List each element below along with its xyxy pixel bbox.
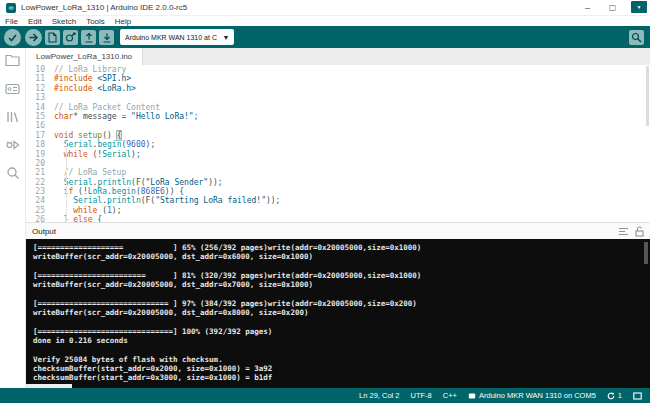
line-number: 18 [26,140,54,149]
board-icon [468,392,476,400]
menu-item-tools[interactable]: Tools [86,17,105,26]
upload-button[interactable] [25,29,42,46]
console-line: [======================== ] 81% (320/392… [33,271,650,280]
output-panel-title: Output [32,227,56,236]
line-number: 12 [26,84,54,93]
line-number: 24 [26,196,54,205]
line-number: 23 [26,187,54,196]
console-line: checksumBuffer(start_addr=0x2000, size=0… [33,364,650,373]
code-line[interactable]: 19 while (!Serial); [26,150,650,159]
output-panel-header: Output [26,222,650,239]
arrow-down-to-line-icon [102,32,112,43]
line-number: 15 [26,112,54,121]
notifications-icon [633,392,642,400]
code-line[interactable]: 13 [26,93,650,102]
line-number: 25 [26,206,54,215]
console-line: [==============================] 100% (3… [33,327,650,336]
bug-play-icon [5,138,20,151]
verify-button[interactable] [4,29,21,46]
code-line[interactable]: 17void setup() { [26,131,650,140]
code-line[interactable]: 15char* message = "Hello LoRa!"; [26,112,650,121]
open-button[interactable] [81,30,96,45]
line-number: 19 [26,150,54,159]
document-icon [48,32,57,43]
menu-item-help[interactable]: Help [115,17,131,26]
code-line[interactable]: 26 } else { [26,215,650,222]
console-line [33,262,650,271]
console-line [33,289,650,298]
sync-indicator[interactable]: 1 [607,391,622,400]
chevron-down-icon: ▼ [222,34,229,41]
menu-item-sketch[interactable]: Sketch [52,17,76,26]
magnifier-icon [631,32,642,43]
console-line [33,345,650,354]
code-line[interactable]: 14// LoRa Packet Content [26,103,650,112]
code-line[interactable]: 22 Serial.println(F("LoRa Sender")); [26,178,650,187]
cursor-position[interactable]: Ln 29, Col 2 [359,391,399,400]
books-icon [6,110,20,124]
console-scrollbar-vertical[interactable] [644,242,648,264]
console-line: done in 0.216 seconds [33,336,650,345]
debug-icon [65,32,76,43]
sidebar-item-debugger[interactable] [4,136,21,153]
code-line[interactable]: 11#include <SPI.h> [26,74,650,83]
board-chip-icon [5,83,20,95]
sidebar-item-search[interactable] [4,164,21,181]
new-sketch-button[interactable] [45,30,60,45]
editor-scrollbar[interactable] [646,66,649,126]
activity-sidebar [0,48,26,388]
code-editor[interactable]: 10// LoRa Library11#include <SPI.h>12#in… [26,65,650,222]
code-line[interactable]: 24 Serial.println(F("Starting LoRa faile… [26,196,650,205]
line-number: 22 [26,178,54,187]
board-port-indicator[interactable]: Arduino MKR WAN 1310 on COM5 [468,391,596,400]
sidebar-item-library-manager[interactable] [4,108,21,125]
statusbar: Ln 29, Col 2 UTF-8 C++ Arduino MKR WAN 1… [0,388,650,403]
code-line[interactable]: 16 [26,121,650,130]
code-line[interactable]: 10// LoRa Library [26,65,650,74]
console-line: checksumBuffer(start_addr=0x3000, size=0… [33,373,650,382]
console-line: [=================== ] 65% (256/392 page… [33,243,650,252]
window-title: LowPower_LoRa_1310 | Arduino IDE 2.0.0-r… [21,3,187,12]
scroll-lock-icon[interactable] [635,226,644,237]
line-number: 11 [26,74,54,83]
console-line: [============================= ] 97% (38… [33,299,650,308]
arrow-right-icon [28,32,39,43]
encoding-indicator[interactable]: UTF-8 [411,391,432,400]
maximize-button[interactable]: ▢ [600,0,625,15]
code-line[interactable]: 12#include <LoRa.h> [26,84,650,93]
save-button[interactable] [99,30,114,45]
menu-item-edit[interactable]: Edit [28,17,42,26]
code-line[interactable]: 21 // LoRa Setup [26,168,650,177]
tabbar-dropdown-button[interactable]: ▼ [631,1,647,13]
sync-icon [607,392,615,400]
line-number: 20 [26,159,54,168]
sidebar-item-sketchbook[interactable] [4,52,21,69]
line-number: 16 [26,121,54,130]
line-number: 10 [26,65,54,74]
console-line: writeBuffer(scr_addr=0x20005000, dst_add… [33,252,650,261]
clear-output-icon[interactable] [618,227,629,236]
code-line[interactable]: 18 Serial.begin(9600); [26,140,650,149]
code-line[interactable]: 23 if (!LoRa.begin(868E6)) { [26,187,650,196]
minimize-button[interactable]: – [575,0,600,15]
code-line[interactable]: 20 [26,159,650,168]
line-number: 21 [26,168,54,177]
console-line: writeBuffer(scr_addr=0x20005000, dst_add… [33,280,650,289]
check-icon [7,32,18,43]
serial-monitor-button[interactable] [629,30,644,45]
sidebar-item-boards-manager[interactable] [4,80,21,97]
line-number: 14 [26,103,54,112]
menu-item-file[interactable]: File [5,17,18,26]
code-line[interactable]: 25 while (1); [26,206,650,215]
debug-button[interactable] [63,30,78,45]
board-selector-dropdown[interactable]: Arduino MKR WAN 1310 at C... ▼ [120,29,234,45]
console-line: Verify 25084 bytes of flash with checksu… [33,355,650,364]
tab-sketch-file[interactable]: LowPower_LoRa_1310.ino [26,48,143,65]
titlebar: ∞ LowPower_LoRa_1310 | Arduino IDE 2.0.0… [0,0,650,16]
language-indicator[interactable]: C++ [443,391,457,400]
board-selector-value: Arduino MKR WAN 1310 at C... [125,34,217,41]
arduino-app-icon: ∞ [6,3,16,13]
menubar: FileEditSketchToolsHelp [0,16,650,26]
notifications-indicator[interactable] [633,392,642,400]
output-console[interactable]: [=================== ] 65% (256/392 page… [26,239,650,388]
